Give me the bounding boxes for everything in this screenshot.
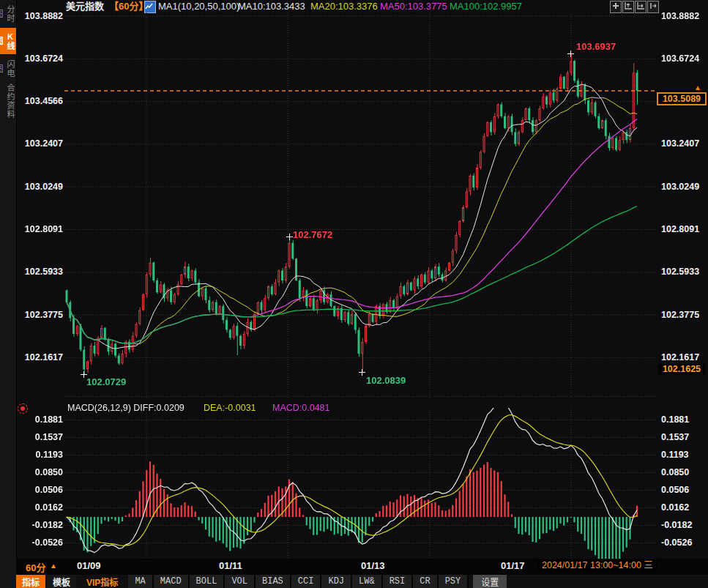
ma50-value: MA50:103.3775 xyxy=(380,1,447,12)
macd-y-axis-label: 0.1537 xyxy=(661,432,705,442)
kline-y-axis-label: 102.3775 xyxy=(21,310,63,320)
toolbar-item-vip-indicator[interactable]: VIP指标 xyxy=(81,575,124,588)
toolbar-item-cr[interactable]: CR xyxy=(413,575,438,588)
zoom-horizontal-icon[interactable] xyxy=(635,1,646,13)
period-high-annotation: 103.6937 xyxy=(576,41,616,52)
chart-type-icon[interactable] xyxy=(144,1,156,13)
toolbar-item-vol[interactable]: VOL xyxy=(225,575,256,588)
period-label: 【60分】 xyxy=(109,1,148,12)
toolbar-item-cci[interactable]: CCI xyxy=(291,575,322,588)
crosshair-tool-icon[interactable] xyxy=(610,1,622,13)
macd-y-axis-label: 0.1193 xyxy=(21,450,63,460)
period-low-annotation: 102.0729 xyxy=(86,376,126,387)
macd-y-axis-label: 0.1881 xyxy=(21,414,63,425)
macd-y-axis-label: 0.0506 xyxy=(21,485,63,495)
ma100-value: MA100:102.9957 xyxy=(450,1,522,12)
macd-dea-value: DEA:-0.0031 xyxy=(204,403,256,414)
macd-y-axis-label: -0.0182 xyxy=(21,520,63,530)
chart-type-sidebar: 分时图 K线图 闪电图 合约资料 xyxy=(0,0,17,588)
kline-y-axis-label: 102.8091 xyxy=(21,224,63,234)
swing-high-annotation: 102.7672 xyxy=(293,229,332,240)
toolbar-item-kdj[interactable]: KDJ xyxy=(321,575,352,588)
period-selector-arrow-icon[interactable]: ▲ xyxy=(50,562,57,570)
macd-y-axis-label: 0.1537 xyxy=(21,432,63,442)
kline-y-axis-label: 103.6724 xyxy=(21,53,63,64)
kline-y-axis-label: 102.8091 xyxy=(661,224,705,234)
x-axis-date: 01/17 xyxy=(501,560,525,571)
kline-y-axis-label: 103.8882 xyxy=(661,11,705,21)
sidebar-item-timeshare-chart[interactable]: 分时图 xyxy=(0,1,16,26)
macd-y-axis-label: 0.0162 xyxy=(661,502,705,513)
swing-low-annotation: 102.0839 xyxy=(366,375,406,386)
macd-y-axis-label: 0.0850 xyxy=(21,467,63,477)
kline-y-axis-label: 103.6724 xyxy=(661,53,705,64)
indicator-toolbar: 指标 模板 VIP指标 MA MACD BOLL VOL BIAS CCI KD… xyxy=(16,575,708,588)
toolbar-item-psy[interactable]: PSY xyxy=(439,575,469,588)
sidebar-item-contract-info[interactable]: 合约资料 xyxy=(0,83,16,119)
sidebar-item-kline-chart[interactable]: K线图 xyxy=(0,28,16,54)
pan-right-icon[interactable] xyxy=(647,1,659,13)
kline-y-axis-label: 102.1617 xyxy=(661,352,705,362)
toolbar-item-settings[interactable]: 设置 xyxy=(473,575,507,588)
kline-y-axis-label: 103.2407 xyxy=(21,138,63,149)
sidebar-item-lightning-chart[interactable]: 闪电图 xyxy=(0,56,16,81)
swing-high-cross-marker xyxy=(286,234,293,240)
kline-y-axis-label: 103.4566 xyxy=(21,96,63,106)
macd-chart-canvas[interactable] xyxy=(64,408,656,559)
macd-y-axis-label: 0.1881 xyxy=(661,414,705,425)
kline-chart-canvas[interactable] xyxy=(64,12,656,398)
x-axis-date: 01/13 xyxy=(361,560,385,571)
toolbar-item-macd[interactable]: MACD xyxy=(154,575,190,588)
high-cross-marker xyxy=(567,51,574,57)
toolbar-item-rsi[interactable]: RSI xyxy=(383,575,414,588)
macd-y-axis-label: -0.0526 xyxy=(661,537,705,548)
current-price-tag: 103.5089 xyxy=(657,92,707,105)
macd-macd-value: MACD:0.0481 xyxy=(272,403,330,414)
kline-y-axis-label: 103.0249 xyxy=(661,182,705,192)
kline-y-axis-label: 102.5933 xyxy=(661,267,705,277)
kline-y-axis-label: 102.3775 xyxy=(661,310,705,320)
macd-y-axis-label: 0.0506 xyxy=(661,485,705,495)
trading-app-window: 分时图 K线图 闪电图 合约资料 美元指数 【60分】 MA1(10,20,50… xyxy=(0,0,708,588)
macd-y-axis-label: 0.0850 xyxy=(661,467,705,477)
ma-settings-label: MA1(10,20,50,100) xyxy=(158,1,239,12)
low-price-tag: 102.1625 xyxy=(658,364,705,375)
x-axis-date: 01/09 xyxy=(77,560,101,571)
x-axis-row: 60分 ▲ 01/09 01/11 01/13 01/17 2024/01/17… xyxy=(16,559,708,575)
kline-y-axis-label: 103.8882 xyxy=(21,11,63,21)
x-axis-date: 01/11 xyxy=(219,560,242,571)
toolbar-item-lw[interactable]: LW& xyxy=(352,575,383,588)
symbol-name: 美元指数 xyxy=(66,1,104,12)
indicator-toggle-icon[interactable] xyxy=(18,403,28,414)
ma20-value: MA20:103.3376 xyxy=(310,1,378,12)
toolbar-item-indicator[interactable]: 指标 xyxy=(16,575,45,588)
kline-y-axis-label: 103.2407 xyxy=(661,138,705,149)
swing-low-cross-marker xyxy=(359,369,365,376)
toolbar-item-boll[interactable]: BOLL xyxy=(190,575,226,588)
macd-y-axis-label: 0.1193 xyxy=(661,450,705,460)
kline-y-axis-label: 103.0249 xyxy=(21,182,63,192)
kline-y-axis-label: 102.5933 xyxy=(21,267,63,277)
crosshair-datetime-tooltip: 2024/01/17 13:00~14:00 三 xyxy=(538,559,657,572)
zoom-vertical-icon[interactable] xyxy=(622,1,634,13)
kline-y-axis-label: 102.1617 xyxy=(21,352,63,362)
ma10-value: MA10:103.3433 xyxy=(238,1,305,12)
toolbar-item-template[interactable]: 模板 xyxy=(47,575,76,588)
macd-y-axis-label: 0.0162 xyxy=(21,502,63,513)
toolbar-item-ma[interactable]: MA xyxy=(128,575,153,588)
macd-y-axis-label: -0.0182 xyxy=(661,520,705,530)
macd-y-axis-label: -0.0526 xyxy=(21,537,63,548)
price-up-arrow-icon: ▲ xyxy=(694,83,701,92)
period-selector[interactable]: 60分 xyxy=(26,560,45,574)
toolbar-item-bias[interactable]: BIAS xyxy=(256,575,291,588)
macd-title: MACD(26,12,9) DIFF:0.0209 xyxy=(67,403,185,414)
